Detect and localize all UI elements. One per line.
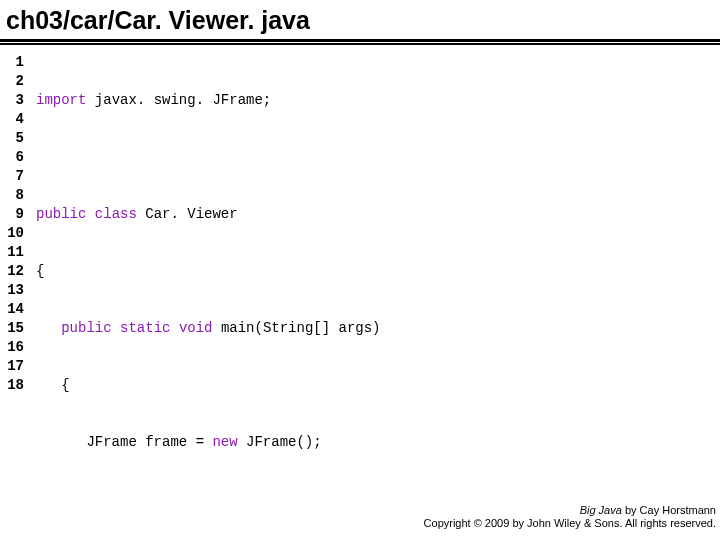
code-text: Car. Viewer bbox=[137, 206, 238, 222]
code-text bbox=[36, 320, 61, 336]
author-text: by Cay Horstmann bbox=[622, 504, 716, 516]
code-text: JFrame frame = bbox=[36, 434, 212, 450]
keyword: import bbox=[36, 92, 86, 108]
keyword: new bbox=[212, 434, 237, 450]
code-text: javax. swing. JFrame; bbox=[86, 92, 271, 108]
code-line: { bbox=[36, 262, 599, 281]
code-content: import javax. swing. JFrame; public clas… bbox=[30, 51, 599, 540]
code-text: JFrame(); bbox=[238, 434, 322, 450]
line-number: 6 bbox=[0, 148, 24, 167]
code-line bbox=[36, 148, 599, 167]
line-number: 8 bbox=[0, 186, 24, 205]
book-title: Big Java bbox=[580, 504, 622, 516]
line-number: 5 bbox=[0, 129, 24, 148]
line-number: 16 bbox=[0, 338, 24, 357]
line-number: 9 bbox=[0, 205, 24, 224]
keyword: class bbox=[95, 206, 137, 222]
line-number: 15 bbox=[0, 319, 24, 338]
code-line: public class Car. Viewer bbox=[36, 205, 599, 224]
code-line: JFrame frame = new JFrame(); bbox=[36, 433, 599, 452]
line-number: 17 bbox=[0, 357, 24, 376]
line-number: 12 bbox=[0, 262, 24, 281]
line-number: 7 bbox=[0, 167, 24, 186]
line-number: 14 bbox=[0, 300, 24, 319]
line-number: 4 bbox=[0, 110, 24, 129]
keyword: static bbox=[120, 320, 170, 336]
code-block: 1 2 3 4 5 6 7 8 9 10 11 12 13 14 15 16 1… bbox=[0, 51, 720, 540]
title-rule-thick bbox=[0, 39, 720, 42]
line-number: 18 bbox=[0, 376, 24, 395]
code-text: main(String[] args) bbox=[212, 320, 380, 336]
title-rule-thin bbox=[0, 43, 720, 45]
keyword: public bbox=[36, 206, 86, 222]
line-number: 2 bbox=[0, 72, 24, 91]
line-number: 10 bbox=[0, 224, 24, 243]
footer-line-2: Copyright © 2009 by John Wiley & Sons. A… bbox=[424, 517, 716, 530]
code-line: { bbox=[36, 376, 599, 395]
line-number: 13 bbox=[0, 281, 24, 300]
page-title: ch03/car/Car. Viewer. java bbox=[0, 0, 720, 39]
line-number: 1 bbox=[0, 53, 24, 72]
line-number: 3 bbox=[0, 91, 24, 110]
code-line: public static void main(String[] args) bbox=[36, 319, 599, 338]
footer-line-1: Big Java by Cay Horstmann bbox=[424, 504, 716, 517]
line-number-gutter: 1 2 3 4 5 6 7 8 9 10 11 12 13 14 15 16 1… bbox=[0, 51, 30, 540]
line-number: 11 bbox=[0, 243, 24, 262]
keyword: public bbox=[61, 320, 111, 336]
footer-attribution: Big Java by Cay Horstmann Copyright © 20… bbox=[424, 504, 716, 530]
code-line: import javax. swing. JFrame; bbox=[36, 91, 599, 110]
keyword: void bbox=[179, 320, 213, 336]
